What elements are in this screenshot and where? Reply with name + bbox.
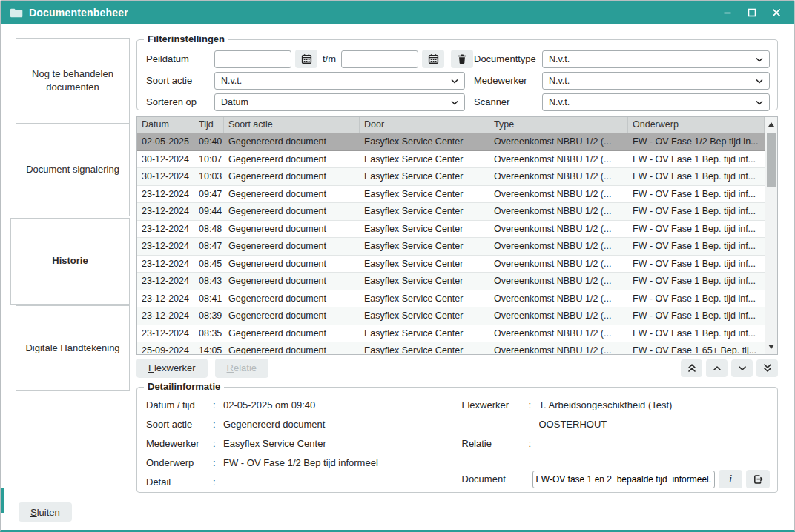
table-cell: Overeenkomst NBBU 1/2 (... [489, 307, 628, 325]
table-cell: Gegenereerd document [224, 307, 360, 325]
column-header-datum[interactable]: Datum [137, 117, 194, 133]
table-cell: Easyflex Service Center [360, 238, 489, 255]
table-cell: Easyflex Service Center [360, 151, 489, 168]
table-row[interactable]: 23-12-202408:47Gegenereerd documentEasyf… [137, 238, 765, 256]
detail-value: 02-05-2025 om 09:40 [223, 399, 455, 410]
colon: : [213, 457, 223, 468]
clear-dates-button[interactable] [451, 50, 473, 68]
table-cell: 08:35 [194, 325, 224, 342]
table-cell: Overeenkomst NBBU 1/2 (... [489, 238, 628, 255]
table-row[interactable]: 23-12-202408:35Gegenereerd documentEasyf… [137, 325, 765, 343]
detail-row-document: Document i [462, 470, 771, 488]
table-scrollbar[interactable] [765, 117, 777, 354]
table-cell: 23-12-2024 [137, 307, 194, 325]
table-cell: 23-12-2024 [137, 186, 194, 203]
colon: : [213, 476, 223, 488]
table-row[interactable]: 23-12-202408:48Gegenereerd documentEasyf… [137, 221, 765, 239]
detail-row-flexwerker: Flexwerker : T. Arbeidsongeschiktheid (T… [462, 399, 771, 419]
soort-actie-row: Soort actie N.v.t. [146, 71, 465, 90]
tab-historie[interactable]: Historie [10, 218, 130, 305]
table-cell: FW - OV Fase 1 Bep. tijd inf... [628, 273, 765, 290]
table-row[interactable]: 23-12-202408:41Gegenereerd documentEasyf… [137, 290, 765, 308]
table-row[interactable]: 23-12-202408:43Gegenereerd documentEasyf… [137, 273, 765, 290]
table-cell: Gegenereerd document [224, 342, 360, 354]
peildatum-from-calendar-button[interactable] [295, 50, 317, 68]
sluiten-button[interactable]: Sluiten [19, 502, 72, 522]
scanner-select[interactable]: N.v.t. [542, 93, 770, 111]
last-record-button[interactable] [756, 359, 778, 377]
table-cell: Gegenereerd document [224, 238, 360, 255]
document-info-button[interactable]: i [719, 470, 742, 488]
soort-actie-select[interactable]: N.v.t. [214, 72, 465, 90]
table-actions: Flexwerker Relatie [136, 358, 778, 378]
column-header-onderwerp[interactable]: Onderwerp [628, 117, 765, 133]
medewerker-value: N.v.t. [549, 76, 570, 86]
tab-nog-te-behandelen-documenten[interactable]: Nog te behandelen documenten [16, 38, 130, 124]
table-cell: FW - OV Fase 1 Bep. tijd inf... [628, 238, 765, 255]
table-row[interactable]: 25-09-202414:05Gegenereerd documentEasyf… [137, 342, 765, 354]
detail-row-soort-actie: Soort actie : Gegenereerd document [146, 419, 455, 438]
soort-actie-value: N.v.t. [221, 76, 242, 86]
table-cell: 09:47 [194, 186, 224, 203]
column-header-type[interactable]: Type [489, 117, 628, 133]
scroll-down-button[interactable] [765, 340, 777, 353]
info-icon: i [729, 473, 732, 485]
detail-section: Detailinformatie Datum / tijd : 02-05-20… [136, 387, 778, 493]
table-row[interactable]: 23-12-202409:47Gegenereerd documentEasyf… [137, 186, 765, 204]
table-row[interactable]: 23-12-202408:39Gegenereerd documentEasyf… [137, 307, 765, 325]
peildatum-to-input[interactable] [341, 50, 418, 68]
minimize-button[interactable] [722, 7, 733, 19]
table-cell: Easyflex Service Center [360, 325, 489, 342]
table-row[interactable]: 23-12-202408:45Gegenereerd documentEasyf… [137, 256, 765, 273]
table-cell: Easyflex Service Center [360, 133, 489, 150]
flexwerker-button[interactable]: Flexwerker [136, 359, 208, 378]
table-cell: 08:48 [194, 221, 224, 238]
flexwerker-button-label: Flexwerker [148, 362, 196, 373]
tab-digitale-handtekening[interactable]: Digitale Handtekening [16, 305, 130, 391]
previous-record-button[interactable] [706, 359, 728, 377]
table-cell: Gegenereerd document [224, 290, 360, 307]
open-document-button[interactable] [746, 470, 770, 488]
table-cell: FW - OV Fase 1 Bep. tijd inf... [628, 168, 765, 185]
scrollbar-thumb[interactable] [767, 133, 776, 187]
medewerker-select[interactable]: N.v.t. [542, 72, 770, 90]
triangle-up-icon [768, 122, 774, 127]
maximize-button[interactable] [746, 7, 758, 19]
next-record-button[interactable] [731, 359, 753, 377]
column-header-door[interactable]: Door [360, 117, 489, 133]
table-cell: 08:39 [194, 307, 224, 325]
chevron-down-icon [449, 98, 460, 110]
table-cell: FW - OV Fase 1/2 Bep tijd in... [628, 133, 765, 150]
table-cell: Overeenkomst NBBU 1/2 (... [489, 203, 628, 220]
table-cell: 02-05-2025 [137, 133, 194, 150]
table-row[interactable]: 02-05-202509:40Gegenereerd documentEasyf… [137, 133, 765, 151]
colon: : [213, 438, 223, 449]
table-row[interactable]: 30-12-202410:07Gegenereerd documentEasyf… [137, 151, 765, 169]
sidebar-tabs: Nog te behandelen documenten Document si… [16, 38, 130, 391]
table-cell: 23-12-2024 [137, 256, 194, 273]
table-row[interactable]: 30-12-202410:03Gegenereerd documentEasyf… [137, 168, 765, 186]
table-row[interactable]: 23-12-202409:44Gegenereerd documentEasyf… [137, 203, 765, 221]
titlebar: Documentenbeheer [1, 1, 794, 24]
scroll-up-button[interactable] [765, 118, 777, 131]
table-cell: Gegenereerd document [224, 168, 360, 185]
peildatum-to-calendar-button[interactable] [422, 50, 444, 68]
table-cell: 23-12-2024 [137, 238, 194, 255]
main-content: Filterinstellingen Peildatum t/m [136, 33, 778, 493]
colon: : [529, 438, 539, 449]
window-controls [722, 7, 785, 19]
table-cell: FW - OV Fase 1 65+ Bep. tij... [628, 342, 765, 354]
column-header-tijd[interactable]: Tijd [194, 117, 224, 133]
sorteren-op-value: Datum [221, 97, 248, 107]
table-cell: FW - OV Fase 1 Bep. tijd inf... [628, 307, 765, 325]
first-record-button[interactable] [681, 359, 702, 377]
document-name-input[interactable] [532, 471, 716, 488]
documenttype-select[interactable]: N.v.t. [542, 50, 770, 68]
tab-document-signalering[interactable]: Document signalering [16, 123, 130, 216]
sorteren-op-select[interactable]: Datum [214, 93, 465, 111]
detail-value: Gegenereerd document [223, 419, 455, 430]
trash-icon [457, 53, 467, 64]
peildatum-from-input[interactable] [214, 50, 291, 68]
column-header-soort-actie[interactable]: Soort actie [224, 117, 360, 133]
close-button[interactable] [771, 7, 782, 19]
